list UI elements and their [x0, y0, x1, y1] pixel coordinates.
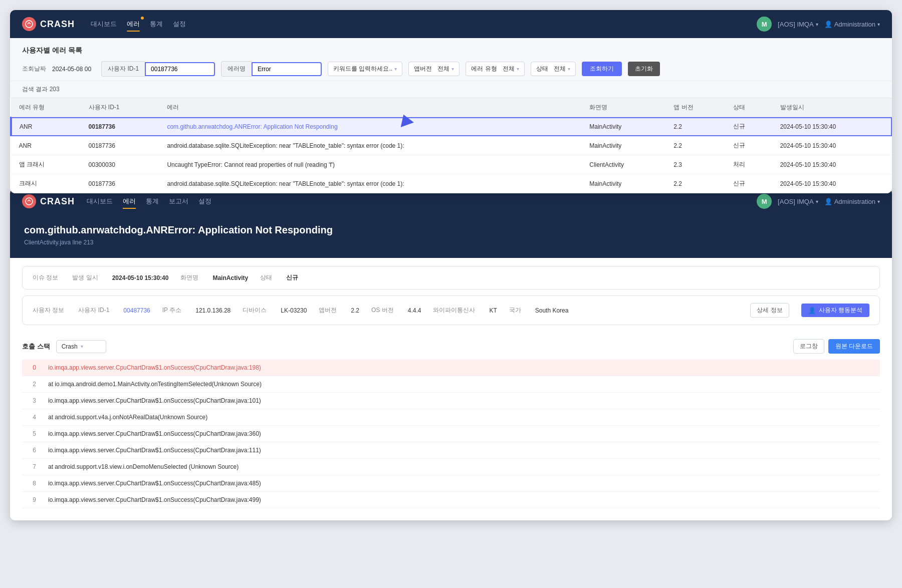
- bottom-avatar: M: [757, 194, 772, 209]
- stack-index: 8: [22, 475, 42, 492]
- stack-code: io.imqa.app.views.server.CpuChartDraw$1.…: [42, 475, 880, 492]
- download-button[interactable]: 원본 다운로드: [828, 339, 880, 354]
- user-osver-label: OS 버전: [371, 306, 394, 315]
- col-error-type: 에러 유형: [11, 98, 81, 117]
- stack-code: io.imqa.app.views.server.CpuChartDraw$1.…: [42, 426, 880, 442]
- top-admin-selector[interactable]: 👤 Administration ▾: [824, 21, 880, 28]
- top-nav-links: 대시보드 에러 통계 설정: [91, 18, 186, 31]
- logo-icon: [22, 17, 36, 31]
- top-nav-error[interactable]: 에러: [127, 18, 140, 31]
- stack-index: 9: [22, 492, 42, 508]
- top-app-selector[interactable]: [AOS] IMQA ▾: [778, 21, 818, 28]
- error-subtitle: ClientActivity.java line 213: [24, 239, 878, 246]
- bottom-nav-links: 대시보드 에러 통계 보고서 설정: [87, 195, 211, 208]
- issue-status-value: 신규: [286, 273, 298, 282]
- table-row[interactable]: 앱 크래시 00300030 Uncaught TypeError: Canno…: [11, 155, 892, 174]
- table-row[interactable]: ANR 00187736 android.database.sqlite.SQL…: [11, 136, 892, 155]
- issue-date-label: 발생 일시: [72, 273, 98, 282]
- col-user-id: 사용자 ID-1: [81, 98, 159, 117]
- cell-date: 2024-05-10 15:30:40: [772, 117, 892, 136]
- status-dropdown[interactable]: 상태 전체 ▾: [531, 62, 576, 76]
- table-row[interactable]: ANR 00187736 com.github.anrwatchdog.ANRE…: [11, 117, 892, 136]
- app-version-dropdown[interactable]: 앱버전 전체 ▾: [408, 62, 460, 76]
- cell-userid: 00187736: [81, 136, 159, 155]
- stack-row: 3 io.imqa.app.views.server.CpuChartDraw$…: [22, 393, 880, 409]
- user-ip-value: 121.0.136.28: [195, 307, 231, 314]
- bottom-nav-error[interactable]: 에러: [123, 195, 136, 208]
- error-name-field: 에러명: [221, 61, 322, 77]
- cell-error: android.database.sqlite.SQLiteException:…: [159, 136, 581, 155]
- stack-dropdown[interactable]: Crash ▾: [56, 340, 106, 353]
- stack-code: io.imqa.app.views.server.CpuChartDraw$1.…: [42, 393, 880, 409]
- bottom-nav-report[interactable]: 보고서: [169, 195, 188, 208]
- stack-label: 호출 스택: [22, 342, 50, 351]
- keyword-input-dropdown[interactable]: 키워드를 입력하세요.. ▾: [328, 62, 402, 76]
- svg-point-0: [26, 21, 33, 28]
- error-type-dropdown[interactable]: 에러 유형 전체 ▾: [466, 62, 525, 76]
- user-id-link[interactable]: 00487736: [123, 307, 150, 314]
- app-version-chevron: ▾: [452, 66, 454, 72]
- user-osver-value: 4.4.4: [408, 307, 421, 314]
- table-header-row: 에러 유형 사용자 ID-1 에러 화면명 앱 버전 상태 발생일시: [11, 98, 892, 117]
- info-section: 이슈 정보 발생 일시 2024-05-10 15:30:40 화면명 Main…: [10, 258, 892, 339]
- stack-index: 4: [22, 409, 42, 426]
- bottom-panel: CRASH 대시보드 에러 통계 보고서 설정 M [AOS] IMQA ▾ 👤…: [10, 188, 892, 520]
- user-appver-value: 2.2: [351, 307, 359, 314]
- error-header: com.github.anrwatchdog.ANRError: Applica…: [10, 214, 892, 258]
- person-behavior-icon: 👤: [808, 307, 816, 314]
- bottom-admin-selector[interactable]: 👤 Administration ▾: [824, 198, 880, 205]
- user-id-label: 사용자 ID-1: [78, 306, 109, 315]
- table-row[interactable]: 크래시 00187736 android.database.sqlite.SQL…: [11, 174, 892, 193]
- user-id-input[interactable]: [145, 62, 215, 76]
- error-name-input[interactable]: [252, 62, 322, 76]
- keyword-chevron: ▾: [394, 66, 397, 72]
- stack-section: 호출 스택 Crash ▾ 로그창 원본 다운로드 0 io.imqa.app.…: [10, 339, 892, 520]
- cell-type: 앱 크래시: [11, 155, 81, 174]
- bottom-admin-chevron: ▾: [877, 199, 880, 204]
- user-ip-label: IP 주소: [162, 306, 181, 315]
- cell-userid: 00300030: [81, 155, 159, 174]
- log-button[interactable]: 로그창: [793, 339, 824, 354]
- cell-error: android.database.sqlite.SQLiteException:…: [159, 174, 581, 193]
- error-title: com.github.anrwatchdog.ANRError: Applica…: [24, 224, 878, 236]
- stack-index: 5: [22, 426, 42, 442]
- top-logo: CRASH: [22, 17, 75, 31]
- stack-table: 0 io.imqa.app.views.server.CpuChartDraw$…: [22, 360, 880, 508]
- bottom-nav-stats[interactable]: 통계: [146, 195, 159, 208]
- stack-index: 7: [22, 459, 42, 475]
- user-carrier-label: 와이파이통신사: [433, 306, 475, 315]
- admin-chevron: ▾: [877, 22, 880, 27]
- top-nav-stats[interactable]: 통계: [150, 18, 163, 31]
- search-row: 조회날짜 2024-05-08 00 사용자 ID-1 에러명 키워드를 입력하…: [22, 61, 880, 77]
- bottom-app-chevron: ▾: [816, 199, 818, 204]
- cell-status: 신규: [725, 117, 772, 136]
- user-section-label: 사용자 정보: [33, 306, 64, 315]
- user-info-row: 사용자 정보 사용자 ID-1 00487736 IP 주소 121.0.136…: [33, 303, 869, 318]
- bottom-logo-icon: [22, 194, 36, 208]
- stack-index: 0: [22, 360, 42, 376]
- reset-button[interactable]: 초기화: [628, 62, 660, 76]
- cell-type: ANR: [11, 136, 81, 155]
- results-bar: 검색 결과 203: [10, 81, 892, 98]
- search-button[interactable]: 조회하기: [582, 62, 622, 76]
- bottom-nav-dashboard[interactable]: 대시보드: [87, 195, 113, 208]
- stack-row: 5 io.imqa.app.views.server.CpuChartDraw$…: [22, 426, 880, 442]
- top-nav-settings[interactable]: 설정: [173, 18, 186, 31]
- issue-screen-value: MainActivity: [212, 274, 248, 281]
- top-nav-dashboard[interactable]: 대시보드: [91, 18, 117, 31]
- cell-date: 2024-05-10 15:30:40: [772, 155, 892, 174]
- cell-status: 신규: [725, 174, 772, 193]
- user-device-label: 디바이스: [243, 306, 267, 315]
- issue-label: 이슈 정보: [33, 273, 58, 282]
- behavior-button[interactable]: 👤 사용자 행동분석: [801, 304, 869, 317]
- cell-version: 2.2: [665, 117, 725, 136]
- bottom-app-selector[interactable]: [AOS] IMQA ▾: [778, 198, 818, 205]
- bottom-nav-settings[interactable]: 설정: [198, 195, 211, 208]
- cell-status: 처리: [725, 155, 772, 174]
- cell-screen: ClientActivity: [581, 155, 665, 174]
- user-info-card: 사용자 정보 사용자 ID-1 00487736 IP 주소 121.0.136…: [22, 296, 880, 325]
- cell-type: 크래시: [11, 174, 81, 193]
- detail-button[interactable]: 상세 정보: [750, 303, 789, 318]
- cell-date: 2024-05-10 15:30:40: [772, 174, 892, 193]
- top-panel: CRASH 대시보드 에러 통계 설정 M [AOS] IMQA ▾ 👤 Adm…: [10, 10, 892, 193]
